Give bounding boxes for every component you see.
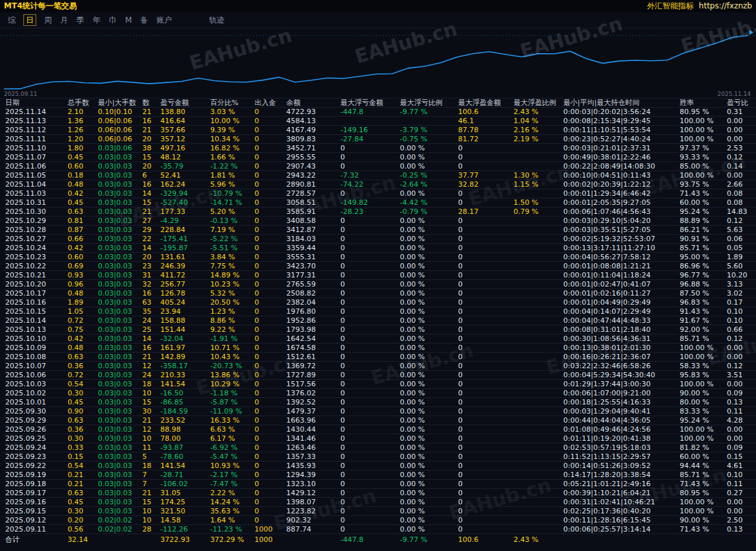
table-row[interactable]: 2025.10.010.450.03|0.0315-86.85-5.87 %01… — [4, 398, 756, 407]
table-row[interactable]: 2025.10.280.870.03|0.0329228.847.19 %034… — [4, 226, 756, 235]
table-row[interactable]: 2025.11.050.180.03|0.03652.411.81 %02943… — [4, 171, 756, 180]
cell-date: 2025.10.21 — [4, 271, 66, 280]
table-row[interactable]: 2025.10.100.420.03|0.0314-32.04-1.91 %01… — [4, 334, 756, 344]
cell-balance: 1642.54 — [285, 334, 339, 344]
table-row[interactable]: 2025.09.190.210.03|0.037-28.71-2.17 %012… — [4, 471, 756, 480]
table-row[interactable]: 2025.10.060.720.03|0.0324210.3313.86 %01… — [4, 371, 756, 380]
table-row[interactable]: 2025.10.270.660.03|0.0322-175.41-5.22 %0… — [4, 235, 756, 244]
table-row[interactable]: 2025.10.200.960.03|0.0332256.7710.23 %02… — [4, 280, 756, 289]
cell-ratio: 0.17 — [726, 298, 756, 307]
cell-pl: 405.24 — [159, 298, 209, 307]
table-row[interactable]: 2025.11.040.480.03|0.0316162.245.96 %028… — [4, 180, 756, 189]
toolbar-item-周[interactable]: 周 — [44, 15, 52, 25]
table-row[interactable]: 2025.10.220.690.03|0.0323246.397.75 %034… — [4, 262, 756, 271]
table-row[interactable]: 2025.09.260.360.03|0.031288.986.63 %0143… — [4, 425, 756, 434]
table-row[interactable]: 2025.09.110.560.02|0.0228-112.26-11.23 %… — [4, 525, 756, 534]
table-row[interactable]: 2025.09.240.330.03|0.0311-93.87-6.92 %01… — [4, 443, 756, 452]
table-row[interactable]: 2025.11.121.260.06|0.0621357.669.39 %041… — [4, 126, 756, 135]
cell-pct: 3.84 % — [209, 253, 253, 262]
table-row[interactable]: 2025.10.030.540.03|0.0318141.5410.29 %01… — [4, 380, 756, 389]
table-row[interactable]: 2025.11.142.100.10|0.1021138.803.03 %047… — [4, 108, 756, 117]
cell-mflp: 0.00 % — [399, 316, 457, 325]
cell-pct: -5.51 % — [209, 244, 253, 253]
table-row[interactable]: 2025.10.240.420.03|0.0314-195.87-5.51 %0… — [4, 244, 756, 253]
trades-table: 日期总手数最小|大手数数盈亏金额百分比%出入金余额最大浮亏金额最大浮亏比例最大浮… — [4, 99, 756, 545]
total-cell-pl: 3722.93 — [159, 534, 209, 546]
table-row[interactable]: 2025.09.170.630.03|0.032131.052.22 %0142… — [4, 489, 756, 498]
brand-url-link[interactable]: https://fxznzb — [699, 1, 752, 10]
cell-date: 2025.09.29 — [4, 416, 66, 425]
cell-win: 97.37 % — [678, 144, 726, 153]
table-row[interactable]: 2025.10.310.450.03|0.0315-527.40-14.71 %… — [4, 198, 756, 207]
toolbar-item-年[interactable]: 年 — [93, 15, 100, 25]
total-cell-balance — [285, 534, 339, 546]
table-row[interactable]: 2025.09.230.150.03|0.035-78.60-5.47 %013… — [4, 452, 756, 462]
toolbar-item-巾[interactable]: 巾 — [109, 15, 117, 25]
table-row[interactable]: 2025.09.250.300.03|0.031078.006.17 %0134… — [4, 434, 756, 443]
cell-mfpp — [512, 380, 562, 389]
cell-balance: 2890.81 — [285, 180, 339, 189]
table-row[interactable]: 2025.09.290.630.03|0.0321233.5216.33 %01… — [4, 416, 756, 425]
cell-pl: 497.16 — [159, 144, 209, 153]
cell-times: 0:00:01|0:02:16|0:11:27 — [562, 289, 678, 298]
table-row[interactable]: 2025.10.090.480.03|0.0316161.9710.71 %01… — [4, 344, 756, 353]
cell-pct: 9.39 % — [209, 126, 253, 135]
cell-count: 21 — [141, 489, 159, 498]
cell-mflp: 0.00 % — [399, 217, 457, 226]
toolbar-item-备[interactable]: 备 — [140, 15, 148, 25]
cell-mfpp — [512, 389, 562, 398]
cell-minmax: 0.03|0.03 — [97, 407, 141, 416]
toolbar-item-综[interactable]: 综 — [8, 15, 16, 25]
table-row[interactable]: 2025.09.150.300.03|0.0310321.5035.63 %01… — [4, 507, 756, 516]
cell-mfl: 0 — [339, 416, 399, 425]
table-row[interactable]: 2025.10.140.720.03|0.0324158.888.86 %019… — [4, 316, 756, 325]
table-row[interactable]: 2025.09.120.200.02|0.021014.581.64 %0902… — [4, 516, 756, 525]
table-row[interactable]: 2025.10.210.930.03|0.0331411.7214.89 %03… — [4, 271, 756, 280]
toolbar-item-日[interactable]: 日 — [24, 15, 36, 25]
cell-minmax: 0.03|0.03 — [97, 298, 141, 307]
table-row[interactable]: 2025.11.111.200.06|0.0620357.1210.34 %03… — [4, 135, 756, 144]
cell-times: 0:00:03|0:20:02|3:56:24 — [562, 108, 678, 117]
cell-win: 71.43 % — [678, 525, 726, 534]
cell-times: 0:00:23|0:52:27|4:40:24 — [562, 135, 678, 144]
table-row[interactable]: 2025.09.180.210.03|0.037-106.02-7.47 %01… — [4, 480, 756, 489]
table-row[interactable]: 2025.10.151.050.03|0.033523.941.23 %0197… — [4, 307, 756, 316]
cell-ratio: 0.00 — [726, 434, 756, 443]
table-row[interactable]: 2025.10.290.810.03|0.0327-4.29-0.13 %034… — [4, 217, 756, 226]
scroll-to-end-icon[interactable] — [750, 30, 753, 35]
table-row[interactable]: 2025.09.220.540.03|0.0318141.5410.93 %01… — [4, 462, 756, 471]
table-row[interactable]: 2025.11.060.600.03|0.0320-35.79-1.22 %02… — [4, 162, 756, 171]
table-row[interactable]: 2025.10.300.630.03|0.0321177.335.20 %035… — [4, 207, 756, 217]
table-row[interactable]: 2025.09.300.900.03|0.0330-184.59-11.09 %… — [4, 407, 756, 416]
table-row[interactable]: 2025.10.230.600.03|0.0320131.613.84 %035… — [4, 253, 756, 262]
cell-lots: 2.10 — [66, 108, 97, 117]
cell-mfl: 0 — [339, 407, 399, 416]
cell-date: 2025.11.14 — [4, 108, 66, 117]
table-row[interactable]: 2025.10.020.300.03|0.0310-16.50-1.18 %01… — [4, 389, 756, 398]
cell-date: 2025.11.13 — [4, 117, 66, 126]
toolbar-item-trajectory[interactable]: 轨迹 — [209, 15, 224, 25]
cell-balance: 4167.49 — [285, 126, 339, 135]
table-row[interactable]: 2025.11.131.360.06|0.0616416.6410.00 %04… — [4, 117, 756, 126]
table-row[interactable]: 2025.10.130.750.03|0.0325151.449.22 %017… — [4, 325, 756, 334]
cell-pct: 20.50 % — [209, 298, 253, 307]
cell-mfl: 0 — [339, 353, 399, 362]
table-row[interactable]: 2025.11.070.450.03|0.031548.121.66 %0295… — [4, 153, 756, 162]
table-row[interactable]: 2025.10.080.630.03|0.0321142.8910.43 %01… — [4, 353, 756, 362]
table-row[interactable]: 2025.10.161.890.03|0.0363405.2420.50 %02… — [4, 298, 756, 307]
cell-pl: 416.64 — [159, 117, 209, 126]
table-row[interactable]: 2025.09.160.450.03|0.0315174.2514.24 %01… — [4, 498, 756, 507]
toolbar-item-M[interactable]: M — [125, 15, 132, 25]
toolbar-item-月[interactable]: 月 — [60, 15, 68, 25]
toolbar-item-账户[interactable]: 账户 — [156, 15, 172, 25]
cell-inout: 0 — [253, 207, 285, 217]
table-row[interactable]: 2025.11.101.800.03|0.0638497.1616.82 %03… — [4, 144, 756, 153]
cell-date: 2025.11.10 — [4, 144, 66, 153]
trade-table-body: 2025.11.142.100.10|0.1021138.803.03 %047… — [4, 108, 756, 534]
table-row[interactable]: 2025.10.170.480.03|0.0316126.785.32 %025… — [4, 289, 756, 298]
table-row[interactable]: 2025.11.030.420.03|0.0314-329.94-10.79 %… — [4, 189, 756, 198]
table-row[interactable]: 2025.10.070.360.03|0.0312-358.17-20.73 %… — [4, 362, 756, 371]
cell-minmax: 0.06|0.06 — [97, 117, 141, 126]
toolbar-item-季[interactable]: 季 — [77, 15, 84, 25]
cell-pct: -1.22 % — [209, 162, 253, 171]
